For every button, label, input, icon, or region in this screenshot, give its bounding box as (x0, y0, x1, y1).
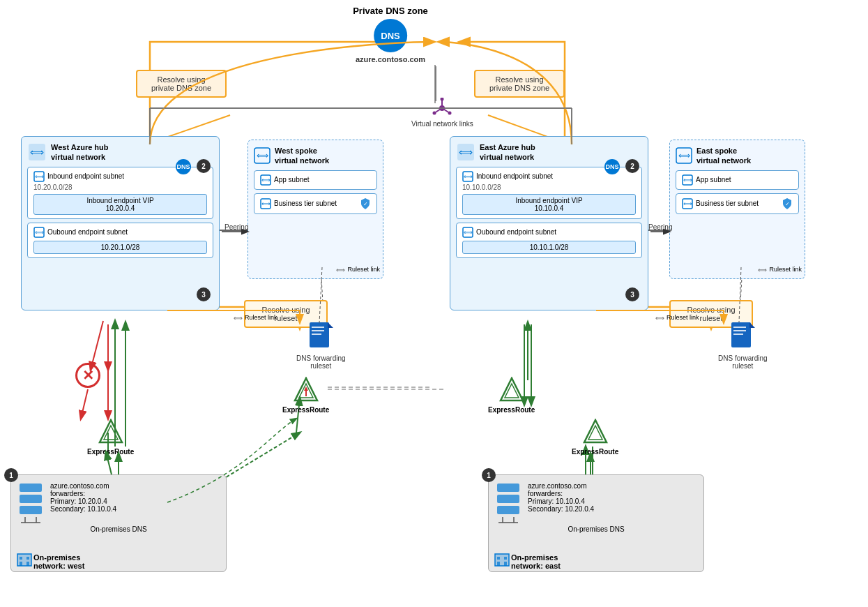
east-hub-badge-2: 2 (625, 159, 639, 173)
east-app-label: App subnet (696, 176, 731, 183)
private-dns-zone: Private DNS zone DNS azure.contoso.com (353, 6, 428, 63)
onprem-east-server-icon (496, 482, 521, 524)
peering-label-east: Peering (648, 223, 672, 231)
svg-text:⟺: ⟺ (234, 315, 243, 321)
svg-text:⟺: ⟺ (257, 151, 268, 160)
west-inbound-icon: ⟺ (33, 171, 45, 182)
west-business-subnet: ⟺ Business tier subnet ✓ (254, 193, 377, 214)
svg-rect-76 (20, 484, 42, 492)
east-inbound-cidr: 10.10.0.0/28 (462, 183, 636, 191)
svg-text:✓: ✓ (785, 201, 790, 207)
svg-text:⟺: ⟺ (678, 151, 690, 160)
onprem-west-dns-label: On-premises DNS (18, 525, 219, 533)
west-inbound-vip: Inbound endpoint VIP 10.20.0.4 (33, 194, 207, 215)
svg-rect-43 (312, 334, 321, 335)
error-x-circle: ✕ (75, 363, 100, 388)
west-spoke-title: West spoke virtual network (275, 146, 329, 166)
svg-rect-99 (504, 562, 507, 566)
west-ruleset-link-icon: ⟺ (336, 266, 346, 273)
svg-marker-66 (100, 420, 122, 442)
west-inbound-label: Inbound endpoint subnet (47, 172, 124, 180)
diagram-container: Private DNS zone DNS azure.contoso.com V… (0, 0, 868, 607)
east-outbound-icon: ⟺ (462, 227, 473, 238)
svg-rect-88 (497, 484, 519, 492)
west-outbound-subnet: ⟺ Oubound endpoint subnet 10.20.1.0/28 (27, 223, 213, 258)
west-outbound-ruleset-link: ⟺ Ruleset link (234, 314, 277, 321)
svg-marker-74 (584, 420, 607, 442)
west-hub-icon: ⟺ (27, 142, 47, 162)
onprem-east-network-label: On-premises network: east (511, 553, 561, 570)
west-hub-network: ⟺ West Azure hub virtual network DNS 2 ⟺… (21, 136, 220, 310)
svg-rect-97 (504, 557, 507, 560)
svg-point-23 (441, 98, 444, 101)
west-app-label: App subnet (274, 176, 310, 183)
onprem-east-box: 1 azure.contoso.com forwarders: Primary:… (488, 474, 704, 572)
svg-text:⟺: ⟺ (336, 267, 345, 273)
svg-marker-75 (588, 426, 602, 440)
east-business-label: Business tier subnet (696, 200, 759, 207)
onprem-east-badge: 1 (482, 468, 496, 482)
west-outbound-cidr: 10.20.1.0/28 (33, 241, 207, 254)
west-hub-title: West Azure hub virtual network (51, 142, 109, 163)
east-spoke-title: East spoke virtual network (696, 146, 751, 166)
onprem-east-dns-info: azure.contoso.com forwarders: Primary: 1… (528, 482, 594, 513)
onprem-west-building-icon (17, 551, 32, 567)
east-spoke-network: ⟺ East spoke virtual network ⟺ App subne… (669, 140, 805, 279)
svg-rect-41 (312, 327, 324, 328)
onprem-west-box: 1 azure.contoso.com forwarders: Primary:… (10, 474, 227, 572)
east-hub-network: ⟺ East Azure hub virtual network DNS 2 ⟺… (450, 136, 648, 310)
east-business-icon: ⟺ (682, 198, 693, 209)
east-outbound-ruleset-link: ⟺ Ruleset link (655, 314, 699, 321)
expressroute-east-label: ExpressRoute (572, 448, 618, 456)
svg-text:⟺: ⟺ (758, 267, 767, 273)
svg-text:⟺: ⟺ (261, 200, 271, 207)
onprem-east-building-icon (494, 551, 510, 567)
svg-marker-63 (749, 322, 755, 328)
svg-point-24 (448, 112, 452, 115)
expressroute-center-east-icon (499, 377, 524, 405)
expressroute-west-label: ExpressRoute (87, 448, 134, 456)
svg-rect-96 (497, 557, 500, 560)
dns-fwd-ruleset-east-icon (730, 321, 755, 352)
svg-marker-72 (501, 378, 523, 400)
svg-rect-78 (20, 506, 42, 514)
west-ruleset-link-label: ⟺ Ruleset link (336, 266, 380, 273)
west-outbound-label: Oubound endpoint subnet (47, 228, 128, 236)
east-inbound-vip: Inbound endpoint VIP 10.10.0.4 (462, 194, 636, 215)
svg-text:⟺: ⟺ (464, 173, 473, 180)
east-app-icon: ⟺ (682, 174, 693, 186)
east-outbound-label: Oubound endpoint subnet (476, 228, 556, 236)
west-spoke-network: ⟺ West spoke virtual network ⟺ App subne… (248, 140, 383, 279)
west-inbound-subnet: ⟺ Inbound endpoint subnet 10.20.0.0/28 I… (27, 167, 213, 219)
dns-fwd-ruleset-west: DNS forwarding ruleset (296, 321, 346, 370)
svg-text:⟺: ⟺ (261, 177, 271, 183)
west-hub-dns-badge: DNS (176, 159, 191, 174)
svg-line-104 (91, 321, 103, 370)
svg-marker-44 (328, 322, 333, 328)
east-business-shield-icon: ✓ (782, 197, 793, 210)
expressroute-center-west: ExpressRoute (282, 377, 329, 414)
east-hub-icon: ⟺ (456, 142, 475, 162)
west-app-icon: ⟺ (260, 174, 271, 186)
vnet-links: Virtual network links (411, 98, 473, 128)
east-ruleset-link-icon: ⟺ (758, 266, 768, 273)
east-inbound-label: Inbound endpoint subnet (476, 172, 553, 180)
svg-line-105 (81, 389, 88, 419)
svg-rect-85 (26, 557, 29, 560)
private-dns-title: Private DNS zone (353, 6, 428, 16)
west-business-icon: ⟺ (260, 198, 271, 209)
onprem-east-dns-label: On-premises DNS (496, 525, 696, 533)
expressroute-east-icon (583, 419, 608, 447)
svg-marker-67 (104, 426, 118, 440)
expressroute-east: ExpressRoute (572, 419, 618, 456)
svg-text:⟺: ⟺ (655, 315, 664, 321)
expressroute-west-icon (98, 419, 123, 447)
onprem-west-badge: 1 (4, 468, 18, 482)
vnet-links-label: Virtual network links (411, 120, 473, 128)
west-hub-badge-3: 3 (197, 287, 211, 301)
svg-rect-84 (20, 557, 22, 560)
east-inbound-subnet: ⟺ Inbound endpoint subnet 10.10.0.0/28 I… (456, 167, 642, 219)
west-business-label: Business tier subnet (274, 200, 337, 207)
svg-text:⟺: ⟺ (683, 200, 692, 207)
east-hub-title: East Azure hub virtual network (480, 142, 535, 163)
